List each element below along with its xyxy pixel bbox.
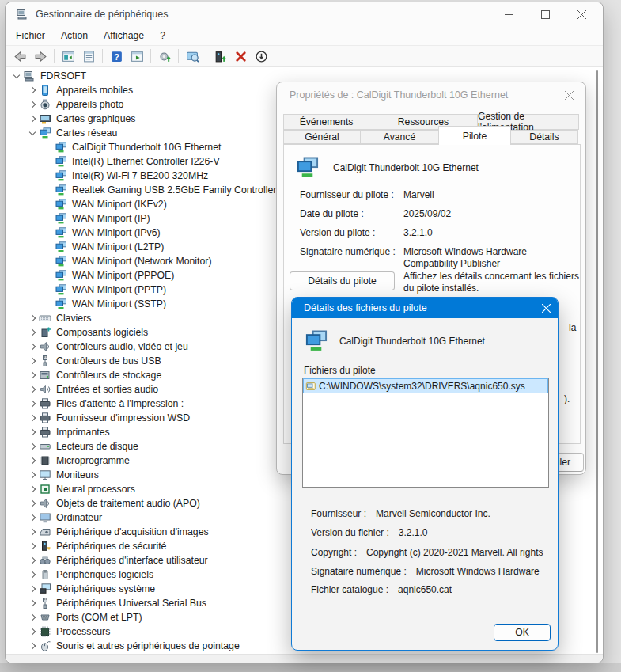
tab-avanc-[interactable]: Avancé xyxy=(360,130,439,144)
tab-g-n-ral[interactable]: Général xyxy=(283,130,361,144)
system-icon xyxy=(39,583,51,595)
tab-strip: ÉvénementsRessourcesGestion de l'aliment… xyxy=(283,114,581,144)
device-name: CalDigit Thunderbolt 10G Ethernet xyxy=(339,336,485,347)
field-label: Fournisseur du pilote : xyxy=(300,189,403,200)
toolbar-uninstall-device-button[interactable] xyxy=(230,47,251,66)
storage-icon xyxy=(39,369,51,382)
tab-pilote[interactable]: Pilote xyxy=(438,126,511,145)
maximize-button[interactable] xyxy=(527,2,563,26)
tree-item-label: Lecteurs de disque xyxy=(56,441,138,452)
toolbar-action-pane-button[interactable] xyxy=(127,47,147,66)
minimize-button[interactable] xyxy=(490,2,527,26)
network-icon xyxy=(55,169,67,182)
network-icon xyxy=(55,155,67,168)
chevron-right-icon[interactable] xyxy=(26,511,39,524)
driver-files-listbox[interactable]: C:\WINDOWS\system32\DRIVERS\aqnic650.sys xyxy=(302,378,549,488)
chevron-right-icon[interactable] xyxy=(26,611,39,624)
tree-item-label: Appareils mobiles xyxy=(56,85,133,96)
menu-fichier[interactable]: Fichier xyxy=(8,28,53,44)
toolbar-show-console-tree-button[interactable] xyxy=(58,47,78,66)
ok-button[interactable]: OK xyxy=(494,624,551,641)
tree-scrollbar[interactable] xyxy=(596,70,598,653)
chevron-right-icon[interactable] xyxy=(26,397,39,410)
computer-icon xyxy=(23,70,36,82)
update-driver-device-icon xyxy=(214,50,227,63)
disable-device-icon xyxy=(255,50,268,63)
menu-affichage[interactable]: Affichage xyxy=(96,28,152,44)
chevron-down-icon[interactable] xyxy=(10,70,23,82)
field-label: Copyright : xyxy=(311,547,357,558)
file-details-close-icon[interactable] xyxy=(534,298,558,318)
status-bar xyxy=(6,654,603,663)
driver-details-button[interactable]: Détails du pilote xyxy=(290,271,395,290)
file-icon xyxy=(305,381,316,392)
chevron-right-icon[interactable] xyxy=(26,597,39,609)
chevron-right-icon[interactable] xyxy=(26,312,39,325)
chevron-right-icon[interactable] xyxy=(26,326,39,339)
toolbar-scan-hardware-changes-button[interactable] xyxy=(182,47,203,66)
chevron-right-icon[interactable] xyxy=(26,440,39,453)
chevron-right-icon[interactable] xyxy=(26,340,39,353)
chevron-right-icon[interactable] xyxy=(26,112,39,125)
chevron-right-icon[interactable] xyxy=(26,84,39,97)
security-icon xyxy=(39,540,51,552)
chevron-right-icon[interactable] xyxy=(26,369,39,382)
uninstall-device-icon xyxy=(234,50,248,63)
tree-item-label: Ports (COM et LPT) xyxy=(56,612,142,623)
file-detail-row: Fichier catalogue :aqnic650.cat xyxy=(311,584,551,595)
tree-item-label: FDRSOFT xyxy=(40,70,86,82)
network-icon xyxy=(55,141,67,154)
dialog-title-bar[interactable]: Détails des fichiers du pilote xyxy=(292,298,558,318)
menu-help[interactable]: ? xyxy=(152,28,173,44)
obscured-text-fragment: ). xyxy=(564,393,570,404)
chevron-right-icon[interactable] xyxy=(26,98,39,111)
field-label: Version du pilote : xyxy=(300,227,403,238)
menu-action[interactable]: Action xyxy=(53,28,96,44)
tab-d-tails[interactable]: Détails xyxy=(510,130,578,144)
audio-icon xyxy=(39,497,51,510)
network-icon xyxy=(55,184,67,196)
driver-file-item-selected[interactable]: C:\WINDOWS\system32\DRIVERS\aqnic650.sys xyxy=(303,378,548,393)
chevron-right-icon[interactable] xyxy=(26,383,39,396)
network-icon xyxy=(55,241,67,253)
chevron-right-icon[interactable] xyxy=(26,412,39,424)
forward-icon xyxy=(34,50,47,63)
toolbar-separator xyxy=(54,49,55,63)
toolbar-forward-button[interactable] xyxy=(30,47,51,66)
field-value: Microsoft Windows Hardware xyxy=(416,566,540,577)
tab--v-nements[interactable]: Événements xyxy=(283,114,369,130)
chevron-right-icon[interactable] xyxy=(26,454,39,467)
chevron-right-icon[interactable] xyxy=(26,483,39,495)
tree-item-label: Périphériques de sécurité xyxy=(56,541,166,552)
chevron-right-icon[interactable] xyxy=(26,540,39,552)
toolbar-help-button[interactable] xyxy=(106,47,127,66)
chevron-right-icon[interactable] xyxy=(26,469,39,481)
chevron-right-icon[interactable] xyxy=(26,526,39,538)
mobile-icon xyxy=(39,84,51,97)
chevron-right-icon[interactable] xyxy=(26,554,39,567)
properties-close-icon[interactable] xyxy=(560,86,577,104)
chevron-down-icon[interactable] xyxy=(26,127,39,139)
chevron-right-icon[interactable] xyxy=(26,640,39,652)
chevron-right-icon[interactable] xyxy=(26,355,39,367)
tree-item-label: Microprogramme xyxy=(56,455,130,466)
network-icon xyxy=(55,269,67,282)
chevron-right-icon[interactable] xyxy=(26,568,39,581)
chevron-right-icon[interactable] xyxy=(26,497,39,510)
tree-item-label: Intel(R) Ethernet Controller I226-V xyxy=(72,156,220,167)
toolbar-properties-window-button[interactable] xyxy=(78,47,99,66)
device-name: CalDigit Thunderbolt 10G Ethernet xyxy=(333,162,479,173)
chevron-right-icon[interactable] xyxy=(26,583,39,595)
toolbar-update-driver-button[interactable] xyxy=(154,47,175,66)
close-button[interactable] xyxy=(563,2,600,26)
chevron-right-icon[interactable] xyxy=(26,625,39,638)
toolbar-separator xyxy=(102,49,103,63)
field-value: 3.2.1.0 xyxy=(399,527,428,538)
tree-item-label: Périphériques d'interface utilisateur xyxy=(56,555,208,566)
softcomp-icon xyxy=(39,326,51,339)
chevron-right-icon[interactable] xyxy=(26,426,39,439)
title-bar[interactable]: Gestionnaire de périphériques xyxy=(6,2,603,26)
toolbar-disable-device-button[interactable] xyxy=(251,47,271,66)
toolbar-back-button[interactable] xyxy=(9,47,30,66)
toolbar-update-driver-device-button[interactable] xyxy=(210,47,230,66)
